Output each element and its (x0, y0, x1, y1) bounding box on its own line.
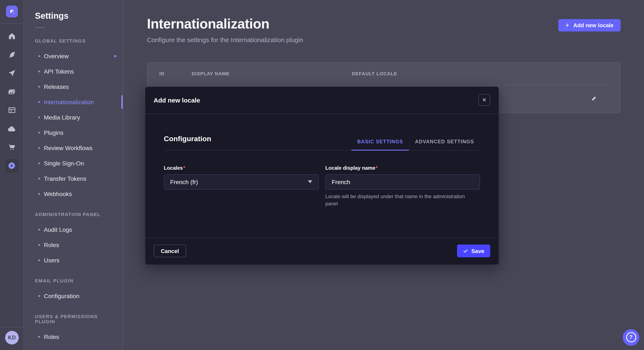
save-label: Save (471, 248, 484, 254)
locales-label: Locales* (164, 165, 318, 171)
tab-advanced-settings[interactable]: ADVANCED SETTINGS (409, 139, 480, 150)
close-icon[interactable]: ✕ (478, 94, 490, 106)
chevron-down-icon (308, 180, 312, 183)
screen: KD Settings GLOBAL SETTINGSOverviewAPI T… (0, 0, 644, 350)
modal-header: Add new locale ✕ (145, 87, 499, 114)
modal-title: Add new locale (154, 96, 200, 104)
save-button[interactable]: Save (457, 245, 490, 257)
display-name-field: Locale display name* Locale will be disp… (326, 165, 480, 207)
locales-select[interactable]: French (fr) (164, 174, 318, 189)
check-icon (463, 248, 468, 253)
locales-select-value: French (fr) (170, 178, 198, 185)
display-name-label: Locale display name* (326, 165, 480, 171)
display-name-input[interactable] (326, 174, 480, 189)
configuration-header-row: Configuration BASIC SETTINGSADVANCED SET… (164, 135, 480, 150)
modal-body: Configuration BASIC SETTINGSADVANCED SET… (145, 135, 499, 207)
modal-footer: Cancel Save (145, 237, 499, 264)
form-fields: Locales* French (fr) Locale display name… (164, 165, 480, 207)
cancel-button[interactable]: Cancel (154, 245, 186, 257)
add-locale-modal: Add new locale ✕ Configuration BASIC SET… (145, 87, 499, 264)
required-asterisk: * (376, 165, 378, 171)
locales-field: Locales* French (fr) (164, 165, 318, 207)
display-name-hint: Locale will be displayed under that name… (326, 193, 475, 207)
settings-tabs: BASIC SETTINGSADVANCED SETTINGS (351, 139, 480, 150)
configuration-title: Configuration (164, 135, 211, 150)
tab-basic-settings[interactable]: BASIC SETTINGS (351, 139, 409, 150)
strapi-admin-app: KD Settings GLOBAL SETTINGSOverviewAPI T… (0, 0, 644, 350)
required-asterisk: * (183, 165, 185, 171)
